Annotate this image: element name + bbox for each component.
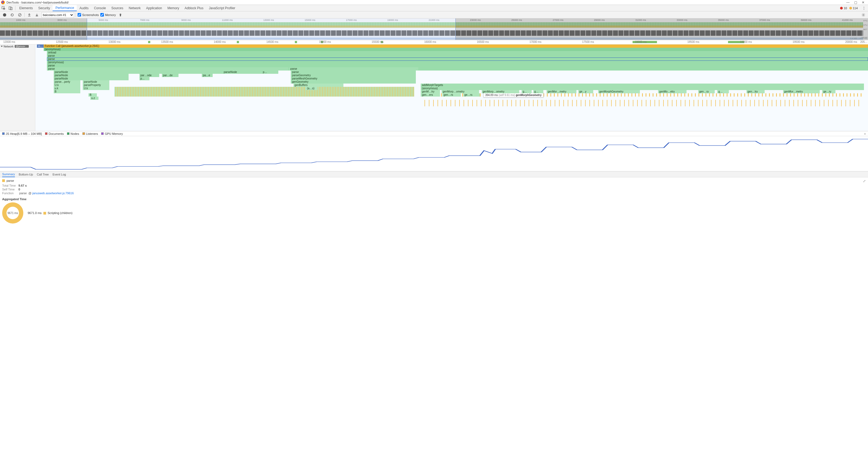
flame-chart[interactable]: m… 394.89 ms (self 9.61 ms) genMorphGeom… — [35, 44, 868, 131]
inspect-icon[interactable] — [0, 5, 7, 11]
tab-application[interactable]: Application — [144, 5, 165, 11]
tab-jsprofiler[interactable]: JavaScript Profiler — [206, 5, 238, 11]
overview-selection[interactable] — [87, 19, 456, 40]
documents-toggle[interactable]: Documents — [45, 132, 64, 135]
flame-frame[interactable]: genMorphGeometry — [598, 90, 640, 93]
flame-frame[interactable]: gen…try — [746, 90, 765, 93]
tab-security[interactable]: Security — [35, 5, 53, 11]
listeners-toggle[interactable]: Listeners — [83, 132, 98, 135]
load-profile-button[interactable] — [26, 12, 32, 18]
tab-sources[interactable]: Sources — [108, 5, 126, 11]
flame-frame[interactable]: par…ode — [140, 74, 159, 77]
flame-frame[interactable]: pa…e — [202, 74, 213, 77]
flame-frame[interactable]: u.k — [54, 87, 80, 90]
screenshots-checkbox[interactable] — [78, 13, 81, 17]
flame-frame[interactable]: gen…ers — [421, 93, 440, 97]
timeline-overview[interactable]: 1000 ms3000 ms5000 ms7000 ms9000 ms11000… — [0, 19, 868, 40]
minimize-button[interactable]: — — [844, 0, 852, 5]
record-button[interactable] — [2, 12, 8, 18]
flame-frame[interactable]: ge…rs — [463, 93, 480, 97]
flame-frame[interactable]: genM…try — [421, 90, 440, 93]
flame-frame[interactable]: parse — [47, 64, 868, 67]
memory-toggle[interactable]: Memory — [100, 13, 116, 17]
flame-ruler[interactable]: 205… 12000 ms12500 ms13000 ms13500 ms140… — [0, 40, 868, 44]
function-link[interactable]: janusweb.assetworker.js:79616 — [32, 191, 74, 195]
flame-frame[interactable]: genMor…metry — [783, 90, 820, 93]
console-error-badge[interactable]: 10 — [840, 6, 847, 10]
more-menu-icon[interactable]: ⋮ — [860, 6, 868, 10]
flame-frame[interactable]: genBuffers — [293, 84, 343, 87]
tab-network[interactable]: Network — [126, 5, 144, 11]
tab-console[interactable]: Console — [91, 5, 108, 11]
tab-memory[interactable]: Memory — [165, 5, 182, 11]
tab-call-tree[interactable]: Call Tree — [37, 172, 49, 177]
tab-bottom-up[interactable]: Bottom-Up — [19, 172, 33, 177]
tab-event-log[interactable]: Event Log — [53, 172, 66, 177]
flame-frame[interactable]: par…de — [162, 74, 179, 77]
flame-frame[interactable]: Function Call (janusweb.assetworker.js:2… — [44, 44, 868, 48]
maximize-button[interactable]: ▢ — [852, 0, 859, 5]
flame-frame[interactable]: parseNode — [54, 74, 129, 77]
gc-button[interactable] — [118, 12, 123, 18]
flame-frame[interactable]: parseNode — [223, 70, 256, 74]
track-network[interactable]: Network @janusv… — [0, 44, 35, 48]
flame-frame[interactable]: genMorp…ometry — [482, 90, 519, 93]
flame-frame[interactable]: (anonymous) — [47, 61, 868, 64]
flame-frame[interactable]: B — [54, 90, 80, 93]
perf-settings-button[interactable] — [860, 12, 866, 18]
flame-frame[interactable]: (a…s) — [306, 87, 318, 90]
flame-frame[interactable]: u.z — [90, 97, 99, 100]
clear-button[interactable] — [17, 12, 23, 18]
flame-frame[interactable]: genGeometry — [291, 80, 416, 84]
flame-frame[interactable]: onload — [47, 51, 868, 54]
flame-frame[interactable]: addMorphTargets — [421, 84, 864, 87]
flame-frame[interactable]: U.k — [54, 84, 80, 87]
profile-select[interactable]: baicoianu.com #1 — [41, 12, 74, 18]
tab-audits[interactable]: Audits — [77, 5, 91, 11]
flame-frame[interactable]: g… — [522, 90, 532, 93]
flame-frame[interactable]: B — [88, 93, 97, 97]
console-warning-badge[interactable]: 114 — [849, 6, 858, 10]
flame-frame[interactable]: gen…rs — [442, 93, 461, 97]
flame-frame[interactable]: (anonymous) — [421, 87, 864, 90]
flame-frame[interactable]: parseProperty — [83, 84, 109, 87]
tab-performance[interactable]: Performance — [53, 5, 77, 11]
memory-checkbox[interactable] — [100, 13, 104, 17]
flame-frame[interactable]: (anonymous) — [44, 48, 868, 51]
flame-frame[interactable]: parse — [47, 58, 868, 61]
flame-frame[interactable]: parseNode — [54, 77, 129, 80]
expand-icon[interactable]: ⤢ — [863, 179, 866, 183]
flame-frame[interactable]: parse — [47, 67, 288, 70]
save-profile-button[interactable] — [34, 12, 40, 18]
tab-summary[interactable]: Summary — [2, 172, 15, 177]
nodes-toggle[interactable]: Nodes — [67, 132, 79, 135]
flame-frame[interactable]: p… — [140, 77, 150, 80]
flame-frame[interactable]: parse — [289, 67, 418, 70]
jsheap-toggle[interactable]: JS Heap[6.9 MB – 104 MB] — [2, 132, 42, 135]
flame-frame[interactable]: ge…y — [578, 90, 593, 93]
flame-frame[interactable]: g… — [717, 90, 729, 93]
memory-menu-icon[interactable]: ≡ — [864, 132, 866, 135]
flame-frame[interactable]: U.k — [83, 87, 109, 90]
flame-frame[interactable]: genMo…etry — [658, 90, 686, 93]
reload-record-button[interactable] — [9, 12, 15, 18]
screenshots-toggle[interactable]: Screenshots — [78, 13, 99, 17]
flame-frame[interactable]: parseGeometry — [291, 74, 416, 77]
flame-frame[interactable]: parseNode — [83, 80, 109, 84]
flame-frame[interactable]: parse — [291, 70, 416, 74]
flame-frame[interactable]: parse — [47, 54, 868, 58]
flame-frame[interactable]: ge…ry — [822, 90, 835, 93]
flame-frame[interactable]: g… — [533, 90, 543, 93]
flame-frame[interactable]: gen…ry — [698, 90, 715, 93]
gpumem-toggle[interactable]: GPU Memory — [101, 132, 123, 135]
flame-frame[interactable]: parseMeshGeometry — [291, 77, 416, 80]
flame-frame-main[interactable]: m… — [37, 44, 44, 48]
tab-elements[interactable]: Elements — [17, 5, 35, 11]
flame-frame[interactable]: genMor…metry — [547, 90, 577, 93]
heap-chart[interactable] — [0, 136, 868, 171]
flame-frame[interactable]: genMorp…ometry — [442, 90, 479, 93]
flame-frame[interactable]: parse…perty — [54, 80, 80, 84]
tab-adblock[interactable]: Adblock Plus — [182, 5, 206, 11]
flame-frame[interactable]: p… — [262, 70, 273, 74]
device-toggle-icon[interactable] — [7, 5, 14, 11]
